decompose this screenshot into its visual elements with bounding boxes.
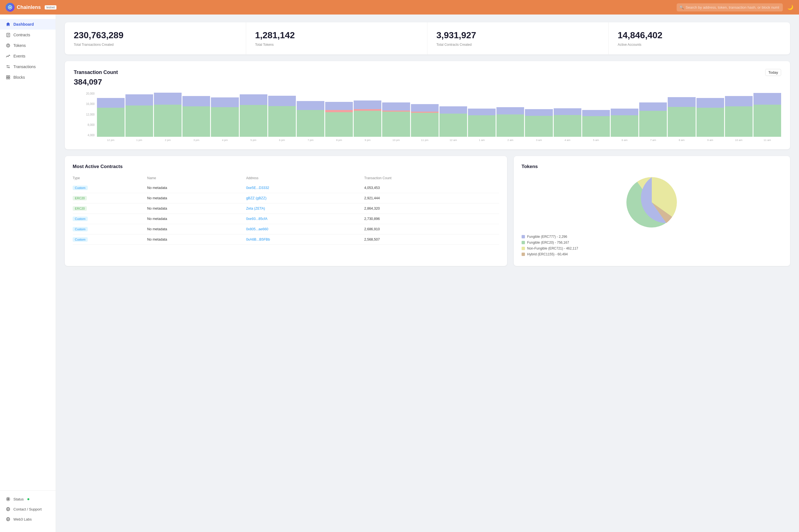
y-label-1: 8,000	[86, 124, 95, 127]
bar-segment-green	[268, 106, 296, 137]
contract-address-link[interactable]: 0xA6B...B5FBb	[246, 238, 270, 242]
x-label: 10 am	[725, 138, 752, 141]
contract-tx-count: 2,568,507	[364, 234, 499, 245]
bar-segment-purple	[725, 96, 752, 106]
bar-group	[154, 92, 182, 137]
bar-segment-purple	[125, 94, 153, 106]
table-row: ERC20No metadataZeta (ZETA)2,864,320	[73, 204, 499, 214]
contract-tx-count: 2,686,910	[364, 224, 499, 234]
x-label: 12 am	[439, 138, 467, 141]
bar-segment-green	[468, 115, 496, 137]
col-name: Name	[147, 174, 246, 183]
chart-count: 384,097	[74, 78, 781, 87]
contract-address[interactable]: 0xe5E...D3332	[246, 183, 364, 193]
contract-name: No metadata	[147, 204, 246, 214]
x-label: 2 pm	[154, 138, 182, 141]
legend-label: Fungible (ERC777) - 2,296	[527, 235, 567, 239]
bar-segment-green	[297, 110, 324, 137]
sidebar-item-dashboard[interactable]: Dashboard	[0, 19, 56, 30]
theme-toggle-icon[interactable]: 🌙	[787, 4, 794, 10]
table-row: CustomNo metadata0xA6B...B5FBb2,568,507	[73, 234, 499, 245]
file-icon	[5, 32, 11, 37]
sidebar-label-tokens: Tokens	[13, 43, 26, 48]
sidebar-item-status[interactable]: Status	[0, 494, 56, 504]
bar-segment-green	[439, 114, 467, 137]
contract-address[interactable]: 0x805...ae660	[246, 224, 364, 234]
bar-segment-purple	[439, 106, 467, 114]
sidebar-item-web3labs[interactable]: Web3 Labs	[0, 514, 56, 524]
bar-group	[439, 92, 467, 137]
svg-point-14	[7, 498, 9, 500]
contract-address[interactable]: 0xe93...85cfA	[246, 214, 364, 224]
bar-segment-purple	[753, 93, 781, 104]
contract-name: No metadata	[147, 183, 246, 193]
contract-tx-count: 2,864,320	[364, 204, 499, 214]
contract-address-link[interactable]: 0xe5E...D3332	[246, 186, 269, 190]
sidebar-item-blocks[interactable]: Blocks	[0, 72, 56, 83]
x-label: 6 am	[611, 138, 638, 141]
bar-group	[411, 92, 439, 137]
bar-segment-purple	[468, 109, 496, 115]
bar-group	[468, 92, 496, 137]
bar-segment-purple	[611, 109, 638, 115]
contract-address[interactable]: 0xA6B...B5FBb	[246, 234, 364, 245]
legend-dot	[522, 247, 525, 250]
x-label: 12 pm	[97, 138, 125, 141]
contract-address-link[interactable]: 0xe93...85cfA	[246, 217, 267, 221]
legend-item: Fungible (ERC777) - 2,296	[522, 235, 782, 239]
stats-row: 230,763,289 Total Transactions Created 1…	[65, 22, 790, 54]
bar-segment-purple	[154, 93, 182, 104]
x-label: 11 am	[753, 138, 781, 141]
chart-filter-button[interactable]: Today	[765, 69, 781, 76]
bar-chart	[97, 92, 781, 137]
pie-chart-wrapper: Fungible (ERC777) - 2,296Fungible (ERC20…	[522, 174, 782, 258]
bar-segment-purple	[325, 102, 353, 110]
contract-type-badge: Custom	[73, 216, 88, 221]
search-input[interactable]	[677, 3, 783, 12]
contract-name: No metadata	[147, 234, 246, 245]
contract-address[interactable]: Zeta (ZETA)	[246, 204, 364, 214]
y-label-0: 4,000	[86, 134, 95, 137]
col-address: Address	[246, 174, 364, 183]
sidebar-item-tokens[interactable]: Tokens	[0, 40, 56, 51]
sidebar-label-events: Events	[13, 54, 25, 58]
bar-segment-green	[211, 107, 239, 137]
contract-address-link[interactable]: Zeta (ZETA)	[246, 207, 265, 210]
bar-segment-green	[240, 105, 267, 137]
chart-wrapper: 4,000 8,000 12,000 16,000 20,000 12 pm1 …	[74, 92, 781, 141]
stat-total-transactions: 230,763,289 Total Transactions Created	[65, 22, 246, 54]
sidebar-label-blocks: Blocks	[13, 75, 25, 79]
bar-segment-purple	[354, 100, 381, 109]
legend-item: Hybrid (ERC1155) - 60,494	[522, 252, 782, 256]
y-label-3: 16,000	[86, 102, 95, 106]
contract-name: No metadata	[147, 224, 246, 234]
x-label: 9 pm	[354, 138, 381, 141]
tokens-legend: Fungible (ERC777) - 2,296Fungible (ERC20…	[522, 235, 782, 258]
bar-segment-green	[411, 113, 439, 137]
sidebar-label-web3labs: Web3 Labs	[13, 517, 32, 521]
events-icon	[5, 54, 11, 59]
svg-rect-12	[8, 78, 10, 79]
sidebar-bottom: Status Contact / Support Web3 Labs	[0, 490, 56, 528]
x-label: 5 am	[582, 138, 610, 141]
pie-chart	[624, 174, 680, 230]
sidebar-item-events[interactable]: Events	[0, 51, 56, 61]
stat-value-accounts: 14,846,402	[618, 30, 781, 40]
bar-segment-green	[125, 106, 153, 137]
bar-segment-green	[97, 108, 125, 137]
bar-segment-purple	[297, 101, 324, 110]
contracts-card-title: Most Active Contracts	[73, 164, 499, 169]
contract-address[interactable]: gBZZ (gBZZ)	[246, 193, 364, 204]
bar-group	[668, 92, 695, 137]
contract-address-link[interactable]: gBZZ (gBZZ)	[246, 196, 267, 200]
search-wrapper: 🔍	[677, 3, 783, 12]
main-content: 230,763,289 Total Transactions Created 1…	[56, 15, 799, 532]
bar-group	[611, 92, 638, 137]
sidebar-item-contact[interactable]: Contact / Support	[0, 504, 56, 514]
tokens-card-title: Tokens	[522, 164, 782, 169]
sidebar-item-contracts[interactable]: Contracts	[0, 30, 56, 40]
stat-contracts: 3,931,927 Total Contracts Created	[428, 22, 609, 54]
contract-address-link[interactable]: 0x805...ae660	[246, 227, 268, 231]
bar-group	[696, 92, 724, 137]
sidebar-item-transactions[interactable]: Transactions	[0, 61, 56, 72]
